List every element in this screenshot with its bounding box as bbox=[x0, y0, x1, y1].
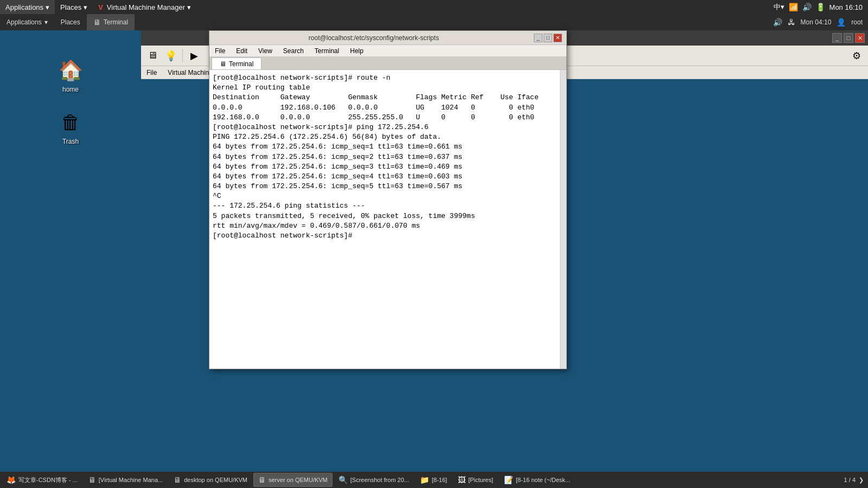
terminal-content-area[interactable]: [root@localhost network-scripts]# route … bbox=[209, 70, 566, 369]
terminal-titlebar: root@localhost:/etc/sysconfig/network-sc… bbox=[209, 31, 566, 45]
desktop-icon-trash[interactable]: 🗑 Trash bbox=[58, 110, 84, 145]
inner-datetime: Mon 04:10 bbox=[801, 18, 832, 26]
vmmgr-label: Virtual Machine Manager bbox=[107, 3, 185, 11]
inner-applications-label: Applications bbox=[7, 18, 42, 26]
taskbar-label-5: [8-16] bbox=[432, 477, 447, 483]
outer-menu-file[interactable]: File bbox=[141, 66, 162, 79]
terminal-icon: 🖥 bbox=[93, 18, 101, 27]
taskbar-icon-7: 📝 bbox=[504, 476, 513, 484]
top-system-bar: Applications ▾ Places ▾ V Virtual Machin… bbox=[0, 0, 868, 14]
vnc-area: Applications ▾ Places 🖥 Terminal 🔊 🖧 Mon… bbox=[0, 14, 868, 488]
inner-taskbar: Applications ▾ Places 🖥 Terminal 🔊 🖧 Mon… bbox=[0, 14, 868, 30]
applications-arrow: ▾ bbox=[46, 3, 49, 11]
home-icon: 🏠 bbox=[58, 57, 84, 84]
terminal-tab-1[interactable]: 🖥 Terminal bbox=[212, 57, 261, 69]
inner-user-label: root bbox=[851, 18, 863, 26]
end-btn[interactable]: ❯ bbox=[859, 477, 864, 484]
term-menu-terminal[interactable]: Terminal bbox=[309, 45, 344, 57]
taskbar-label-2: desktop on QEMU/KVM bbox=[184, 477, 247, 483]
inner-places-menu[interactable]: Places bbox=[54, 14, 87, 30]
toolbar-settings-btn[interactable]: ⚙ bbox=[848, 47, 865, 65]
terminal-body[interactable]: [root@localhost network-scripts]# route … bbox=[209, 70, 560, 369]
taskbar-label-7: [8-16 note (~/Desk... bbox=[516, 477, 570, 483]
terminal-window: root@localhost:/etc/sysconfig/network-sc… bbox=[209, 30, 567, 369]
term-menu-file[interactable]: File bbox=[209, 45, 231, 57]
taskbar-item-7[interactable]: 📝 [8-16 note (~/Desk... bbox=[499, 473, 575, 487]
wifi-icon: 📶 bbox=[789, 3, 798, 11]
outer-close-btn[interactable]: ✕ bbox=[855, 33, 865, 43]
tab-terminal-icon: 🖥 bbox=[220, 60, 226, 68]
desktop-icon-home[interactable]: 🏠 home bbox=[58, 57, 84, 93]
taskbar-icon-3: 🖥 bbox=[258, 476, 266, 484]
toolbar-play-btn[interactable]: ▶ bbox=[186, 47, 203, 65]
term-maximize-btn[interactable]: □ bbox=[544, 34, 552, 42]
taskbar-item-2[interactable]: 🖥 desktop on QEMU/KVM bbox=[169, 473, 252, 487]
outer-window-controls: _ □ ✕ bbox=[832, 33, 865, 43]
toolbar-separator-1 bbox=[182, 49, 183, 62]
taskbar-icon-0: 🦊 bbox=[7, 476, 16, 484]
trash-icon: 🗑 bbox=[58, 110, 84, 136]
taskbar-label-4: [Screenshot from 20... bbox=[350, 477, 409, 483]
terminal-title: root@localhost:/etc/sysconfig/network-sc… bbox=[214, 34, 534, 42]
taskbar-item-1[interactable]: 🖥 [Virtual Machine Mana... bbox=[84, 473, 168, 487]
volume-icon: 🔊 bbox=[802, 3, 812, 11]
inner-user-icon: 👤 bbox=[837, 18, 846, 27]
taskbar-label-1: [Virtual Machine Mana... bbox=[99, 477, 163, 483]
term-menu-help[interactable]: Help bbox=[344, 45, 369, 57]
term-menu-view[interactable]: View bbox=[253, 45, 278, 57]
toolbar-monitor-btn[interactable]: 🖥 bbox=[144, 47, 161, 65]
inner-places-label: Places bbox=[61, 18, 80, 26]
places-menu[interactable]: Places ▾ bbox=[55, 0, 93, 14]
taskbar-item-3[interactable]: 🖥 server on QEMU/KVM bbox=[253, 473, 333, 487]
inner-volume-icon: 🔊 bbox=[773, 18, 782, 27]
inner-network-icon: 🖧 bbox=[788, 18, 795, 27]
desktop: 🏠 home 🗑 Trash bbox=[0, 30, 141, 488]
home-icon-label: home bbox=[62, 86, 79, 93]
taskbar-item-6[interactable]: 🖼 [Pictures] bbox=[453, 473, 498, 487]
term-menu-search[interactable]: Search bbox=[278, 45, 309, 57]
taskbar-icon-5: 📁 bbox=[420, 476, 429, 484]
taskbar-item-4[interactable]: 🔍 [Screenshot from 20... bbox=[334, 473, 414, 487]
inner-terminal-btn[interactable]: 🖥 Terminal bbox=[87, 14, 135, 30]
taskbar-label-0: 写文章-CSDN博客 - ... bbox=[18, 476, 78, 484]
bottom-taskbar: 🦊 写文章-CSDN博客 - ... 🖥 [Virtual Machine Ma… bbox=[0, 472, 868, 488]
terminal-tabs: 🖥 Terminal bbox=[209, 57, 566, 70]
vmmgr-menu[interactable]: V Virtual Machine Manager ▾ bbox=[93, 0, 196, 14]
inner-applications-menu[interactable]: Applications ▾ bbox=[0, 14, 54, 30]
taskbar-icon-1: 🖥 bbox=[88, 476, 96, 484]
taskbar-label-6: [Pictures] bbox=[468, 477, 493, 483]
applications-menu[interactable]: Applications ▾ bbox=[0, 0, 55, 14]
lang-selector[interactable]: 中▾ bbox=[774, 2, 784, 12]
toolbar-light-btn[interactable]: 💡 bbox=[162, 47, 180, 65]
vmmgr-icon: V bbox=[98, 3, 103, 11]
battery-icon: 🔋 bbox=[816, 3, 825, 11]
taskbar-label-3: server on QEMU/KVM bbox=[269, 477, 328, 483]
taskbar-item-0[interactable]: 🦊 写文章-CSDN博客 - ... bbox=[2, 473, 82, 487]
places-arrow: ▾ bbox=[84, 3, 87, 11]
tab-terminal-label: Terminal bbox=[229, 60, 253, 68]
taskbar-item-5[interactable]: 📁 [8-16] bbox=[415, 473, 452, 487]
taskbar-icon-4: 🔍 bbox=[339, 476, 348, 484]
inner-terminal-label: Terminal bbox=[104, 18, 128, 26]
term-minimize-btn[interactable]: _ bbox=[534, 34, 542, 42]
taskbar-icon-6: 🖼 bbox=[458, 476, 465, 484]
applications-label: Applications bbox=[5, 3, 43, 11]
term-menu-edit[interactable]: Edit bbox=[231, 45, 253, 57]
pager-display: 1 / 4 bbox=[844, 477, 856, 483]
trash-icon-label: Trash bbox=[62, 138, 79, 145]
outer-minimize-btn[interactable]: _ bbox=[832, 33, 842, 43]
terminal-menubar: File Edit View Search Terminal Help bbox=[209, 45, 566, 57]
outer-maximize-btn[interactable]: □ bbox=[844, 33, 853, 43]
terminal-scrollbar[interactable] bbox=[560, 70, 566, 369]
term-close-btn[interactable]: ✕ bbox=[553, 34, 562, 42]
places-label: Places bbox=[60, 3, 81, 11]
vmmgr-arrow: ▾ bbox=[187, 3, 191, 11]
taskbar-icon-2: 🖥 bbox=[174, 476, 181, 484]
datetime-display: Mon 16:10 bbox=[829, 3, 863, 11]
